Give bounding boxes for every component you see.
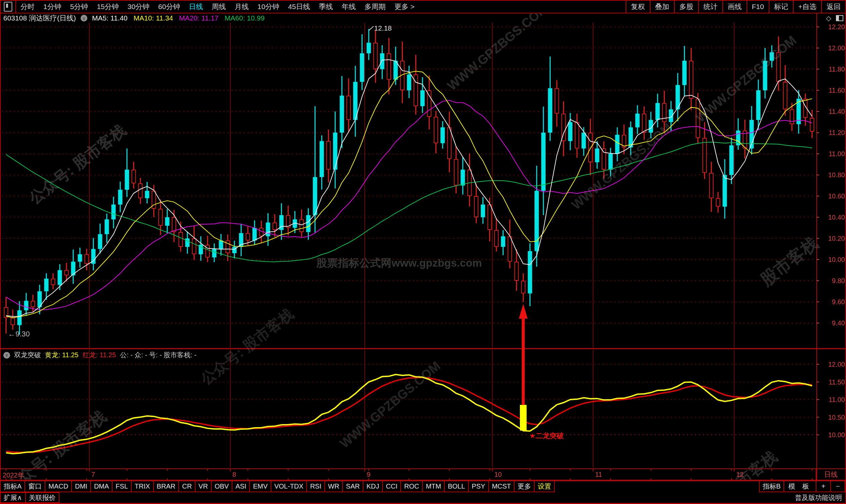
- y-axis-label: 9.80: [819, 277, 845, 285]
- y-axis-label: 9.40: [819, 319, 845, 327]
- indicator-button[interactable]: WR: [324, 481, 343, 492]
- x-axis-month-label: 9: [367, 471, 371, 479]
- period-label: 日线: [816, 469, 845, 480]
- panel-axis-label: 11.50: [819, 378, 845, 386]
- period-menu-item[interactable]: 多周期: [360, 2, 390, 12]
- period-menu-item[interactable]: 月线: [230, 2, 253, 12]
- period-menu-item[interactable]: 30分钟: [123, 2, 154, 12]
- diamond-icon[interactable]: ◇: [826, 14, 831, 22]
- indicator-buttons: 指标A窗口MACDDMIDMAFSLTRIXBRARCRVROBVASIEMVV…: [1, 481, 535, 492]
- toolbar-action-button[interactable]: 标记: [769, 1, 793, 13]
- yellow-dragon-value: 黄龙: 11.25: [45, 350, 78, 360]
- indicator-button[interactable]: BOLL: [444, 481, 468, 492]
- indicator-button[interactable]: DMA: [90, 481, 112, 492]
- toolbar-action-button[interactable]: 复权: [626, 1, 650, 13]
- period-menu-item[interactable]: 15分钟: [92, 2, 123, 12]
- period-menu-item[interactable]: 周线: [207, 2, 230, 12]
- x-axis-month-label: 12: [736, 471, 743, 479]
- x-axis-month-label: 11: [595, 471, 602, 479]
- indicator-button[interactable]: MACD: [45, 481, 72, 492]
- price-chart-canvas[interactable]: [1, 0, 846, 504]
- y-axis-label: 9.60: [819, 298, 845, 306]
- red-dragon-value: 红龙: 11.25: [83, 350, 116, 360]
- settings-button[interactable]: 设置: [534, 481, 555, 492]
- y-axis-label: 11.80: [819, 66, 845, 73]
- indicator-button[interactable]: EMV: [249, 481, 271, 492]
- period-menu-item[interactable]: 季线: [314, 2, 337, 12]
- indicator-button[interactable]: 指标A: [0, 481, 25, 492]
- extension-button[interactable]: 扩展∧: [0, 492, 26, 503]
- indicator-b-button[interactable]: 指标B: [759, 481, 784, 492]
- toolbar-action-button[interactable]: F10: [746, 1, 769, 13]
- indicator-button[interactable]: FSL: [112, 481, 132, 492]
- low-price-annotation: ←9.30: [8, 330, 30, 339]
- indicator-button[interactable]: ASI: [232, 481, 250, 492]
- indicator-button[interactable]: MCST: [488, 481, 515, 492]
- toolbar-action-button[interactable]: 画线: [722, 1, 746, 13]
- x-axis-month-label: 8: [232, 471, 236, 479]
- toolbar-action-button[interactable]: 叠加: [650, 1, 674, 13]
- indicator-button[interactable]: ROC: [400, 481, 422, 492]
- indicator-extra-text: 公: - 众: - 号: - 股市客栈: -: [120, 350, 196, 360]
- period-menu-item[interactable]: 10分钟: [253, 2, 284, 12]
- stock-header: 603108 润达医疗(日线) ∨ MA5: 11.40MA10: 11.34M…: [1, 14, 846, 23]
- y-axis-label: 10.80: [819, 171, 845, 179]
- extension-button[interactable]: 关联报价: [25, 492, 59, 503]
- period-menu-item[interactable]: 45日线: [284, 2, 314, 12]
- indicator-button[interactable]: DMI: [71, 481, 91, 492]
- toolbar-action-button[interactable]: 返回: [821, 1, 845, 13]
- indicator-button[interactable]: TRIX: [131, 481, 154, 492]
- year-label: 2022年: [3, 471, 24, 480]
- indicator-button[interactable]: VR: [195, 481, 212, 492]
- period-menu-item[interactable]: 更多 >: [390, 2, 419, 12]
- toolbar-action-button[interactable]: 多股: [674, 1, 698, 13]
- app-icon: [4, 2, 13, 12]
- chevron-down-icon[interactable]: ∨: [80, 15, 87, 21]
- period-menu-item[interactable]: 1分钟: [39, 2, 66, 12]
- chevron-down-icon[interactable]: ∨: [3, 352, 10, 359]
- period-menu-item[interactable]: 60分钟: [154, 2, 184, 12]
- ma-value-label: MA60: 10.99: [225, 14, 265, 22]
- y-axis-label: 11.40: [819, 108, 845, 115]
- indicator-button[interactable]: MTM: [422, 481, 445, 492]
- peak-price-annotation: 12.18: [374, 24, 392, 32]
- top-right-menu: 复权叠加多股统计画线F10标记+自选返回: [626, 1, 845, 13]
- edition-note: 普及版功能说明: [792, 492, 845, 503]
- panel-axis-label: 10.00: [819, 431, 845, 439]
- indicator-button[interactable]: OBV: [211, 481, 232, 492]
- period-menu-item[interactable]: 分时: [16, 2, 39, 12]
- indicator-button[interactable]: VOL-TDX: [271, 481, 307, 492]
- indicator-button[interactable]: CR: [178, 481, 196, 492]
- toolbar-action-button[interactable]: 统计: [698, 1, 722, 13]
- period-menu-item[interactable]: 日线: [184, 2, 207, 12]
- y-axis-label: 10.20: [819, 235, 845, 242]
- panel-axis-label: 11.00: [819, 396, 845, 403]
- indicator-button[interactable]: BRAR: [153, 481, 179, 492]
- indicator-button[interactable]: KDJ: [363, 481, 383, 492]
- zoom-out-button[interactable]: −: [830, 481, 845, 492]
- x-axis-month-label: 7: [91, 471, 95, 479]
- indicator-button[interactable]: SAR: [342, 481, 363, 492]
- indicator-button[interactable]: 更多: [514, 481, 535, 492]
- indicator-button[interactable]: RSI: [306, 481, 325, 492]
- panel-axis-label: 10.50: [819, 414, 845, 421]
- app-icon-button[interactable]: [1, 1, 16, 13]
- stock-title: 603108 润达医疗(日线): [3, 14, 76, 23]
- indicator-button[interactable]: PSY: [468, 481, 489, 492]
- y-axis-label: 12.20: [819, 23, 845, 31]
- bottom-status-bar: 扩展∧关联报价 普及版功能说明: [1, 492, 845, 504]
- ma-value-label: MA10: 11.34: [134, 14, 173, 22]
- period-menu-item[interactable]: 5分钟: [66, 2, 93, 12]
- template-button[interactable]: 模 板: [784, 481, 816, 492]
- ma-legend: MA5: 11.40MA10: 11.34MA20: 11.17MA60: 10…: [92, 14, 265, 22]
- indicator-button[interactable]: CCI: [382, 481, 401, 492]
- toolbar-action-button[interactable]: +自选: [793, 1, 821, 13]
- top-toolbar: 分时1分钟5分钟15分钟30分钟60分钟日线周线月线10分钟45日线季线年线多周…: [1, 0, 845, 14]
- period-menu-item[interactable]: 年线: [337, 2, 360, 12]
- indicator-button[interactable]: 窗口: [24, 481, 45, 492]
- extension-buttons: 扩展∧关联报价: [1, 492, 59, 503]
- toolbar-spacer: [554, 481, 760, 492]
- indicator-name: 双龙突破: [14, 350, 41, 360]
- zoom-in-button[interactable]: +: [816, 481, 831, 492]
- split-window-icon[interactable]: [836, 15, 843, 21]
